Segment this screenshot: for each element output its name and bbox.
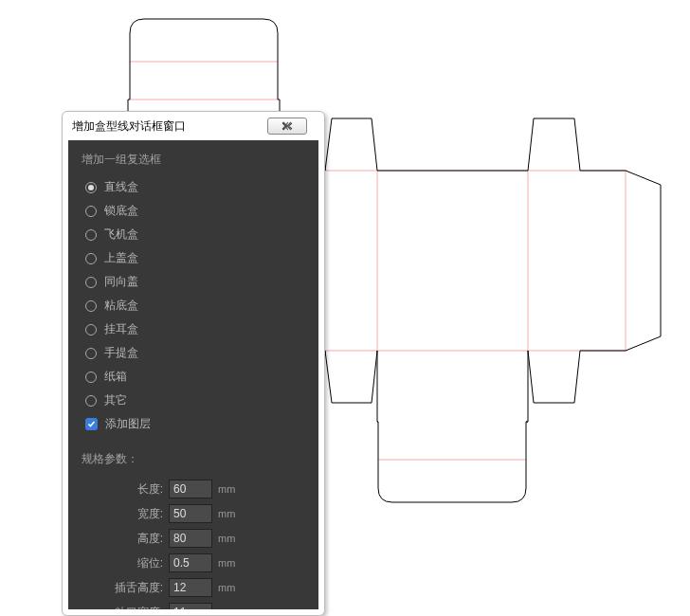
radio-indicator[interactable] [85, 395, 97, 407]
box-type-option-label: 锁底盒 [104, 203, 138, 219]
box-type-option-2[interactable]: 飞机盒 [82, 223, 305, 246]
radio-indicator[interactable] [85, 300, 97, 312]
param-label-length: 长度: [82, 481, 169, 498]
box-type-option-label: 挂耳盒 [104, 321, 138, 337]
radio-indicator[interactable] [85, 253, 97, 264]
param-label-glue_width: 粘口宽度: [82, 605, 169, 610]
param-input-tuck_height[interactable] [169, 578, 212, 597]
radio-indicator[interactable] [85, 348, 97, 359]
box-type-option-label: 飞机盒 [104, 226, 138, 243]
box-type-option-label: 粘底盒 [104, 298, 138, 314]
dialog-body: 增加一组复选框 直线盒锁底盒飞机盒上盖盒同向盖粘底盒挂耳盒手提盒纸箱其它 添加图… [68, 140, 318, 609]
param-input-glue_width[interactable] [169, 603, 212, 609]
dialog-title: 增加盒型线对话框窗口 [72, 118, 186, 135]
param-input-height[interactable] [169, 529, 212, 548]
box-type-radio-group: 直线盒锁底盒飞机盒上盖盒同向盖粘底盒挂耳盒手提盒纸箱其它 [82, 175, 305, 412]
param-unit-height: mm [218, 533, 235, 544]
param-row-tuck_height: 插舌高度:mm [82, 575, 305, 600]
param-row-glue_width: 粘口宽度:mm [82, 600, 305, 609]
param-unit-tuck_height: mm [218, 582, 235, 593]
box-type-option-9[interactable]: 其它 [82, 389, 305, 412]
box-type-option-4[interactable]: 同向盖 [82, 270, 305, 294]
param-label-width: 宽度: [82, 506, 169, 522]
add-layer-label: 添加图层 [105, 416, 151, 432]
param-row-width: 宽度:mm [82, 501, 305, 526]
param-row-inset: 缩位:mm [82, 551, 305, 575]
param-unit-glue_width: mm [218, 607, 235, 609]
box-type-option-5[interactable]: 粘底盒 [82, 294, 305, 317]
param-row-height: 高度:mm [82, 526, 305, 551]
param-unit-length: mm [218, 483, 235, 495]
radio-group-label: 增加一组复选框 [82, 152, 305, 168]
radio-indicator[interactable] [85, 182, 97, 193]
box-type-option-label: 上盖盒 [104, 250, 138, 266]
param-label-tuck_height: 插舌高度: [82, 580, 169, 596]
param-input-width[interactable] [169, 504, 212, 523]
param-input-length[interactable] [169, 480, 212, 498]
box-type-option-8[interactable]: 纸箱 [82, 365, 305, 389]
close-button[interactable] [267, 118, 307, 135]
param-unit-width: mm [218, 508, 235, 519]
box-type-option-1[interactable]: 锁底盒 [82, 199, 305, 223]
box-type-option-7[interactable]: 手提盒 [82, 341, 305, 365]
check-icon [87, 420, 96, 428]
radio-indicator[interactable] [85, 206, 97, 217]
box-type-option-0[interactable]: 直线盒 [82, 175, 305, 199]
param-label-inset: 缩位: [82, 555, 169, 571]
add-box-line-dialog: 增加盒型线对话框窗口 增加一组复选框 直线盒锁底盒飞机盒上盖盒同向盖粘底盒挂耳盒… [62, 111, 325, 616]
add-layer-checkbox-row[interactable]: 添加图层 [82, 412, 305, 436]
box-type-option-label: 纸箱 [104, 369, 127, 385]
radio-indicator[interactable] [85, 277, 97, 288]
add-layer-checkbox[interactable] [85, 418, 98, 430]
spec-section-label: 规格参数： [82, 451, 305, 467]
box-type-option-label: 直线盒 [104, 179, 138, 195]
box-type-option-6[interactable]: 挂耳盒 [82, 317, 305, 341]
dialog-titlebar[interactable]: 增加盒型线对话框窗口 [63, 112, 324, 140]
param-unit-inset: mm [218, 557, 235, 569]
param-input-inset[interactable] [169, 553, 212, 572]
box-type-option-label: 其它 [104, 392, 127, 408]
radio-indicator[interactable] [85, 324, 97, 335]
param-row-length: 长度:mm [82, 477, 305, 501]
radio-indicator[interactable] [85, 371, 97, 383]
spec-param-list: 长度:mm宽度:mm高度:mm缩位:mm插舌高度:mm粘口宽度:mm [82, 477, 305, 609]
box-type-option-label: 同向盖 [104, 274, 138, 290]
radio-indicator[interactable] [85, 229, 97, 241]
close-icon [281, 121, 294, 131]
box-type-option-3[interactable]: 上盖盒 [82, 246, 305, 270]
box-type-option-label: 手提盒 [104, 345, 138, 361]
param-label-height: 高度: [82, 531, 169, 547]
